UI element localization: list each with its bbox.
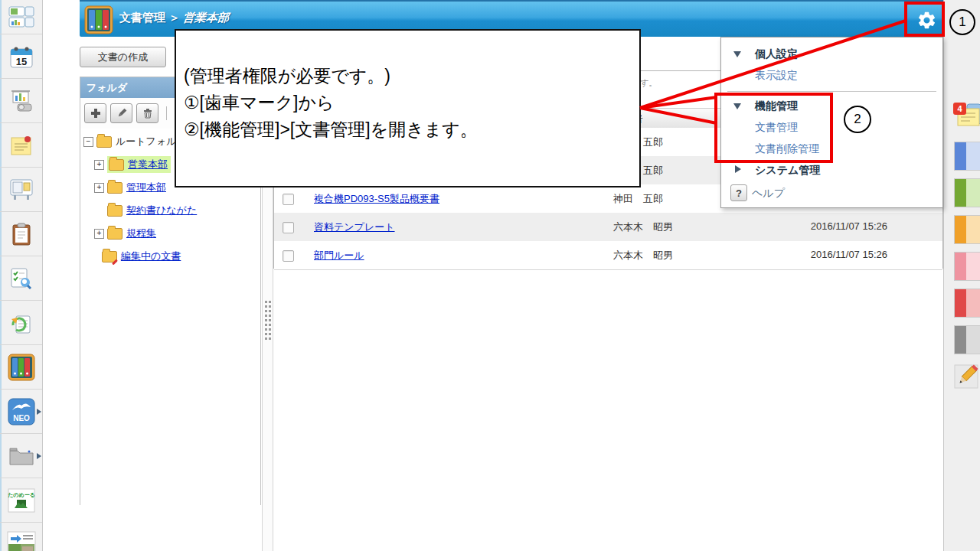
menu-section-label: 機能管理	[755, 99, 798, 113]
create-document-label: 文書の作成	[98, 51, 148, 64]
document-link[interactable]: 部門ルール	[314, 249, 364, 262]
expand-icon[interactable]: +	[94, 183, 104, 193]
row-checkbox[interactable]	[283, 194, 294, 205]
tree-item-editing-docs[interactable]: 編集中の文書	[83, 245, 259, 268]
delete-folder-button[interactable]	[136, 103, 158, 123]
clipboard-icon	[11, 223, 31, 246]
menu-section-system-admin[interactable]: システム管理	[721, 161, 942, 180]
folder-icon	[107, 205, 122, 217]
toolbar-divider	[166, 106, 167, 120]
calendar-icon: 15	[10, 45, 33, 68]
document-author: 六本木 昭男	[613, 220, 673, 234]
banner-icon	[7, 531, 36, 551]
sidebar-item-document-management[interactable]	[0, 345, 42, 390]
open-folder-icon	[96, 136, 112, 148]
tree-item-link[interactable]: 営業本部	[128, 158, 168, 171]
hint-text-fragment: す。	[640, 77, 657, 89]
expand-right-icon[interactable]	[37, 453, 41, 459]
editing-folder-icon	[102, 251, 117, 262]
menu-section-label: システム管理	[755, 164, 820, 178]
expand-icon[interactable]: +	[94, 229, 104, 239]
pink-book-icon[interactable]	[954, 252, 980, 281]
tree-item-link[interactable]: 規程集	[126, 227, 156, 240]
tree-item-keiyakusho[interactable]: 契約書ひながた	[83, 199, 259, 222]
settings-menu: 個人設定 表示設定 機能管理 文書管理 文書削除管理 システム管理 ? ヘルプ	[720, 37, 943, 208]
sidebar-item-survey[interactable]	[0, 256, 42, 301]
sidebar-item-calendar[interactable]: 15	[0, 34, 42, 79]
gear-icon	[916, 10, 937, 31]
menu-item-label: 文書削除管理	[755, 142, 819, 156]
calendar-day-label: 15	[15, 56, 26, 67]
menu-item-display-settings[interactable]: 表示設定	[721, 67, 942, 85]
annotation-box: (管理者権限が必要です。) ①[歯車マーク]から ②[機能管理]>[文書管理]を…	[175, 29, 641, 187]
gray-book-icon[interactable]	[954, 325, 980, 354]
table-row: 部門ルール 六本木 昭男 2016/11/07 15:26	[274, 241, 942, 270]
blue-book-icon[interactable]	[954, 142, 980, 171]
menu-divider	[727, 91, 936, 92]
menu-item-help[interactable]: ? ヘルプ	[721, 184, 942, 204]
callout-number-2: 2	[844, 106, 871, 133]
sidebar-item-bulletin-board[interactable]	[0, 168, 42, 212]
sidebar-item-clipboard[interactable]	[0, 212, 42, 256]
page-title: 文書管理 ＞ 営業本部	[119, 11, 229, 25]
expand-right-icon[interactable]	[37, 409, 41, 415]
sidebar-item-tanomail[interactable]: たのめーる	[0, 478, 42, 523]
sidebar-item-workflow[interactable]	[0, 301, 42, 345]
settings-gear-button[interactable]	[910, 2, 943, 38]
orange-book-icon[interactable]	[954, 215, 980, 244]
menu-item-document-admin[interactable]: 文書管理	[721, 119, 942, 137]
breadcrumb-separator: ＞	[168, 11, 180, 24]
create-document-button[interactable]: 文書の作成	[80, 47, 166, 67]
edit-folder-icon	[116, 108, 127, 119]
row-checkbox[interactable]	[283, 250, 294, 262]
document-updated: 2016/11/07 15:26	[811, 249, 887, 260]
annotation-line: ②[機能管理]>[文書管理]を開きます。	[184, 116, 639, 143]
menu-section-function-admin[interactable]: 機能管理	[721, 97, 942, 116]
annotation-line: ①[歯車マーク]から	[184, 90, 639, 116]
red-book-icon[interactable]	[954, 289, 980, 318]
document-link[interactable]: 資料テンプレート	[314, 220, 395, 234]
document-author: 神田 五郎	[613, 192, 663, 206]
sidebar-item-neo[interactable]: NEO	[0, 390, 42, 434]
pencil-icon[interactable]	[952, 363, 980, 390]
chevron-down-icon	[733, 51, 741, 57]
callout-digit: 1	[959, 15, 965, 30]
tree-item-kiteishu[interactable]: + 規程集	[83, 222, 259, 245]
tree-item-link[interactable]: 契約書ひながた	[126, 204, 197, 217]
sidebar-item-memo[interactable]	[0, 123, 42, 168]
document-binders-icon	[84, 5, 113, 34]
pencil-icon	[112, 259, 118, 265]
notification-badge: 4	[957, 104, 962, 113]
green-book-icon[interactable]	[954, 178, 980, 207]
collapse-icon[interactable]: −	[83, 137, 93, 147]
menu-section-label: 個人設定	[755, 47, 798, 61]
tree-item-link[interactable]: 編集中の文書	[121, 249, 181, 263]
app-sidebar: 15	[0, 0, 43, 551]
notification-note-icon[interactable]: 4	[952, 101, 980, 133]
edit-folder-button[interactable]	[110, 103, 132, 123]
memo-icon	[10, 135, 33, 156]
delete-folder-icon	[142, 108, 153, 119]
selected-folder-highlight: 営業本部	[107, 156, 171, 173]
sidebar-item-banner[interactable]	[0, 523, 42, 551]
expand-icon[interactable]: +	[94, 160, 104, 170]
splitter-grip-icon	[269, 301, 271, 342]
menu-section-personal[interactable]: 個人設定	[721, 45, 942, 64]
annotation-line: (管理者権限が必要です。)	[184, 63, 639, 90]
workflow-icon	[10, 311, 33, 334]
document-link[interactable]: 複合機PD093-S5製品概要書	[314, 192, 439, 206]
tanomail-icon: たのめーる	[8, 488, 35, 513]
add-folder-button[interactable]	[84, 103, 106, 123]
right-icon-strip: 4	[943, 0, 980, 551]
menu-item-document-delete-admin[interactable]: 文書削除管理	[721, 140, 942, 158]
sidebar-item-cabinet[interactable]	[0, 434, 42, 478]
sidebar-item-presentation[interactable]	[0, 79, 42, 123]
tanomail-label: たのめーる	[8, 492, 35, 498]
row-checkbox[interactable]	[283, 222, 294, 233]
presentation-icon	[8, 89, 34, 113]
chevron-down-icon	[733, 103, 741, 109]
sidebar-item-portal[interactable]	[0, 0, 42, 34]
neo-label: NEO	[13, 414, 30, 422]
cabinet-folder-icon	[8, 446, 34, 466]
tree-item-link[interactable]: 管理本部	[126, 181, 166, 194]
